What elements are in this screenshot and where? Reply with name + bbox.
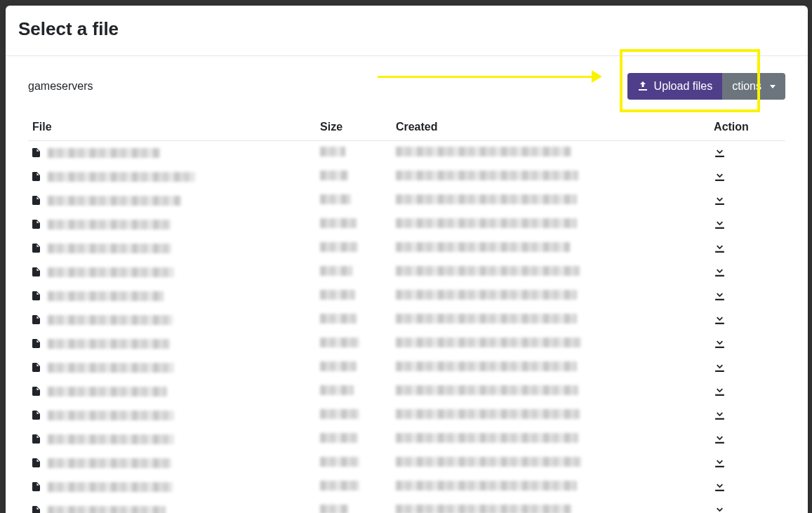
table-row[interactable] [28,356,785,380]
file-icon [32,458,41,467]
file-size-redacted [320,171,348,180]
file-size-redacted [320,147,345,156]
table-row[interactable] [28,308,785,332]
file-size-redacted [320,433,358,443]
file-name-redacted [48,267,174,277]
download-button[interactable] [714,480,726,492]
table-row[interactable] [28,427,785,451]
col-header-file[interactable]: File [28,114,316,141]
modal-header: Select a file [6,6,808,56]
file-name-redacted [48,244,171,253]
modal-title: Select a file [18,18,794,40]
file-name-redacted [48,220,171,229]
download-button[interactable] [714,361,726,373]
file-icon [32,506,41,513]
file-icon [32,411,41,420]
download-button[interactable] [714,456,726,468]
table-row[interactable] [28,141,785,165]
table-row[interactable] [28,213,785,236]
breadcrumb[interactable]: gameservers [28,80,93,93]
download-button[interactable] [714,265,726,277]
download-button[interactable] [714,218,726,229]
file-created-redacted [396,361,577,371]
download-button[interactable] [714,146,726,158]
file-name-redacted [48,387,167,397]
download-button[interactable] [714,194,726,206]
table-row[interactable] [28,189,785,213]
actions-dropdown-button[interactable]: ctions [722,73,785,100]
file-name-redacted [48,482,173,492]
table-row[interactable] [28,404,785,427]
file-icon [32,339,41,348]
file-created-redacted [396,218,577,228]
file-name-redacted [48,411,174,420]
table-row[interactable] [28,260,785,284]
col-header-size[interactable]: Size [316,114,392,141]
file-table-wrap: File Size Created Action [6,114,808,513]
file-icon [32,196,41,205]
file-select-modal: Select a file gameservers Upload files c… [6,6,808,513]
file-icon [32,244,41,253]
file-name-redacted [48,315,173,325]
file-name-redacted [48,196,181,206]
upload-files-label: Upload files [654,80,713,93]
table-row[interactable] [28,284,785,308]
table-row[interactable] [28,165,785,189]
file-icon [32,434,41,444]
file-size-redacted [320,242,358,252]
file-size-redacted [320,505,348,513]
file-name-redacted [48,339,170,349]
file-size-redacted [320,409,359,419]
file-icon [32,267,41,277]
file-created-redacted [396,266,580,276]
upload-files-button[interactable]: Upload files [627,73,723,100]
download-button[interactable] [714,504,726,514]
file-created-redacted [396,433,578,443]
file-created-redacted [396,314,577,324]
file-icon [32,148,41,157]
file-created-redacted [396,242,570,252]
download-button[interactable] [714,313,726,325]
download-button[interactable] [714,432,726,444]
file-created-redacted [396,457,581,467]
file-icon [32,315,41,324]
table-row[interactable] [28,499,785,514]
file-name-redacted [48,148,160,158]
file-icon [32,291,41,300]
download-button[interactable] [714,337,726,349]
file-created-redacted [396,290,577,300]
table-row[interactable] [28,380,785,404]
col-header-created[interactable]: Created [392,114,710,141]
file-name-redacted [48,434,174,444]
file-icon [32,363,41,372]
file-icon [32,482,41,491]
file-created-redacted [396,171,578,180]
file-icon [32,172,41,181]
download-button[interactable] [714,170,726,182]
toolbar-row: gameservers Upload files ctions [6,56,808,114]
table-row[interactable] [28,332,785,356]
file-created-redacted [396,338,581,347]
table-row[interactable] [28,451,785,475]
download-button[interactable] [714,241,726,253]
file-size-redacted [320,314,357,324]
file-size-redacted [320,385,354,395]
col-header-action: Action [710,114,785,141]
file-created-redacted [396,147,571,156]
file-name-redacted [48,291,164,301]
file-size-redacted [320,457,359,467]
download-button[interactable] [714,289,726,301]
download-button[interactable] [714,408,726,420]
toolbar-buttons: Upload files ctions [627,73,785,100]
table-row[interactable] [28,236,785,260]
file-name-redacted [48,363,174,373]
file-created-redacted [396,409,580,419]
chevron-down-icon [770,85,776,88]
file-created-redacted [396,505,571,513]
file-size-redacted [320,290,355,300]
table-row[interactable] [28,475,785,499]
file-icon [32,387,41,396]
download-button[interactable] [714,385,726,397]
file-table: File Size Created Action [28,114,785,513]
file-size-redacted [320,218,357,228]
